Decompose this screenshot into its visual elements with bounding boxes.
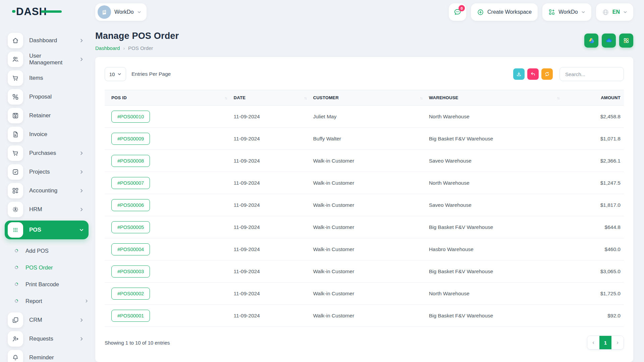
entries-per-page-select[interactable]: 10 [105, 67, 126, 81]
date-cell: 11-09-2024 [230, 172, 310, 194]
sidebar-subitem-add-pos[interactable]: Add POS [0, 243, 89, 259]
pos-id-link[interactable]: #POS00003 [111, 265, 150, 278]
sort-icon[interactable]: ↑↓ [420, 96, 422, 100]
onedrive-icon [605, 37, 612, 44]
table-row[interactable]: #POS00005 11-09-2024 Walk-in Customer Bi… [105, 216, 624, 238]
app-switcher-button[interactable]: WorkDo [542, 3, 591, 21]
breadcrumb-dashboard-link[interactable]: Dashboard [95, 45, 120, 51]
table-row[interactable]: #POS00002 11-09-2024 Walk-in Customer No… [105, 283, 624, 305]
customer-cell: Walk-in Customer [310, 216, 425, 238]
sidebar-item-dashboard[interactable]: Dashboard [5, 33, 89, 48]
export-download-button[interactable] [513, 68, 525, 80]
sidebar-item-retainer[interactable]: Retainer [5, 108, 89, 123]
globe-icon [602, 9, 609, 16]
warehouse-cell: Big Basket F&V Warehouse [426, 260, 563, 283]
customer-cell: Walk-in Customer [310, 194, 425, 216]
chevron-down-icon [623, 10, 627, 14]
entries-per-page-label: Entries Per Page [131, 71, 171, 77]
sidebar-item-purchases[interactable]: Purchases [5, 145, 89, 161]
warehouse-cell: Hasbro Warehouse [426, 238, 563, 260]
main-content: Manage POS Order Dashboard › POS Order [93, 24, 644, 362]
header-action-buttons [584, 34, 633, 48]
notification-badge: 0 [459, 5, 465, 11]
sidebar-item-items[interactable]: Items [5, 70, 89, 86]
table-row[interactable]: #POS00010 11-09-2024 Juliet May North Wa… [105, 106, 624, 128]
refresh-button[interactable] [541, 68, 553, 80]
sort-icon[interactable]: ↑↓ [304, 96, 306, 100]
pos-id-link[interactable]: #POS00004 [111, 243, 150, 255]
grid-view-button[interactable] [619, 34, 633, 48]
sidebar-item-hrm[interactable]: HRM [5, 202, 89, 217]
brand-logo[interactable]: DASH [0, 4, 93, 20]
prev-page-button[interactable]: ‹ [587, 336, 599, 349]
bell-icon [8, 350, 23, 362]
pos-id-link[interactable]: #POS00005 [111, 221, 150, 233]
table-row[interactable]: #POS00001 11-09-2024 Walk-in Customer Bi… [105, 305, 624, 327]
customer-cell: Walk-in Customer [310, 283, 425, 305]
search-input[interactable] [559, 67, 624, 81]
pagination: ‹ 1 › [587, 336, 624, 350]
pos-id-link[interactable]: #POS00009 [111, 133, 150, 145]
page-1-button[interactable]: 1 [599, 336, 611, 349]
sort-icon[interactable]: ↑↓ [225, 96, 227, 100]
google-drive-button[interactable] [584, 34, 598, 48]
table-row[interactable]: #POS00006 11-09-2024 Walk-in Customer Sa… [105, 194, 624, 216]
sort-icon[interactable]: ↑↓ [557, 96, 559, 100]
pos-id-link[interactable]: #POS00002 [111, 288, 150, 300]
bullet-icon [14, 265, 19, 270]
sidebar-item-invoice[interactable]: Invoice [5, 127, 89, 142]
pos-id-link[interactable]: #POS00010 [111, 111, 150, 123]
pos-id-link[interactable]: #POS00001 [111, 310, 150, 322]
warehouse-cell: North Warehouse [426, 283, 563, 305]
language-selector[interactable]: EN [596, 3, 633, 21]
sidebar-item-crm[interactable]: CRM [5, 312, 89, 328]
grid-plus-icon [8, 183, 23, 198]
table-row[interactable]: #POS00008 11-09-2024 Walk-in Customer Sa… [105, 150, 624, 172]
cart-icon [8, 145, 23, 161]
entries-per-page-value: 10 [109, 71, 115, 77]
warehouse-cell: North Warehouse [426, 172, 563, 194]
messages-button[interactable]: 0 [449, 3, 466, 21]
sidebar-subitem-report[interactable]: Report [0, 293, 89, 309]
topbar-actions: 0 Create Workspace [449, 3, 633, 21]
sidebar-item-projects[interactable]: Projects [5, 164, 89, 180]
sidebar-subitem-pos-order[interactable]: POS Order [0, 259, 89, 276]
sidebar-item-proposal[interactable]: Proposal [5, 89, 89, 105]
next-page-button[interactable]: › [611, 336, 624, 349]
undo-button[interactable] [527, 68, 539, 80]
sidebar-item-pos[interactable]: POS [5, 221, 89, 239]
amount-cell: $3,065.0 [562, 260, 624, 283]
pos-id-link[interactable]: #POS00006 [111, 199, 150, 211]
table-row[interactable]: #POS00009 11-09-2024 Buffy Walter Big Ba… [105, 128, 624, 150]
amount-cell: $2,366.1 [562, 150, 624, 172]
customer-cell: Walk-in Customer [310, 238, 425, 260]
onedrive-button[interactable] [602, 34, 616, 48]
swap-grid-icon [8, 89, 23, 105]
refresh-icon [544, 71, 550, 77]
plus-circle-icon [477, 9, 484, 16]
chevron-down-icon [117, 72, 121, 76]
sidebar-item-requests[interactable]: Requests [5, 331, 89, 347]
sidebar-item-reminder[interactable]: Reminder [5, 350, 89, 362]
column-header-date[interactable]: DATE ↑↓ [230, 90, 310, 106]
customer-cell: Buffy Walter [310, 128, 425, 150]
sidebar-subitem-print-barcode[interactable]: Print Barcode [0, 276, 89, 292]
bullet-icon [14, 248, 19, 253]
pos-id-link[interactable]: #POS00008 [111, 155, 150, 167]
sidebar-item-accounting[interactable]: Accounting [5, 183, 89, 198]
workspace-switcher[interactable]: WorkDo [95, 3, 147, 21]
table-footer: Showing 1 to 10 of 10 entries ‹ 1 › [105, 336, 624, 350]
column-header-warehouse[interactable]: WAREHOUSE ↑↓ [426, 90, 563, 106]
column-header-amount[interactable]: AMOUNT [562, 90, 624, 106]
column-header-pos-id[interactable]: POS ID ↑↓ [105, 90, 230, 106]
create-workspace-button[interactable]: Create Workspace [471, 3, 538, 21]
warehouse-cell: Big Basket F&V Warehouse [426, 305, 563, 327]
table-row[interactable]: #POS00004 11-09-2024 Walk-in Customer Ha… [105, 238, 624, 260]
table-row[interactable]: #POS00003 11-09-2024 Walk-in Customer Bi… [105, 260, 624, 283]
sidebar-item-user-management[interactable]: User Management [5, 52, 89, 67]
amount-cell: $460.0 [562, 238, 624, 260]
bullet-icon [14, 282, 19, 287]
table-row[interactable]: #POS00007 11-09-2024 Walk-in Customer No… [105, 172, 624, 194]
column-header-customer[interactable]: CUSTOMER ↑↓ [310, 90, 425, 106]
pos-id-link[interactable]: #POS00007 [111, 177, 150, 189]
